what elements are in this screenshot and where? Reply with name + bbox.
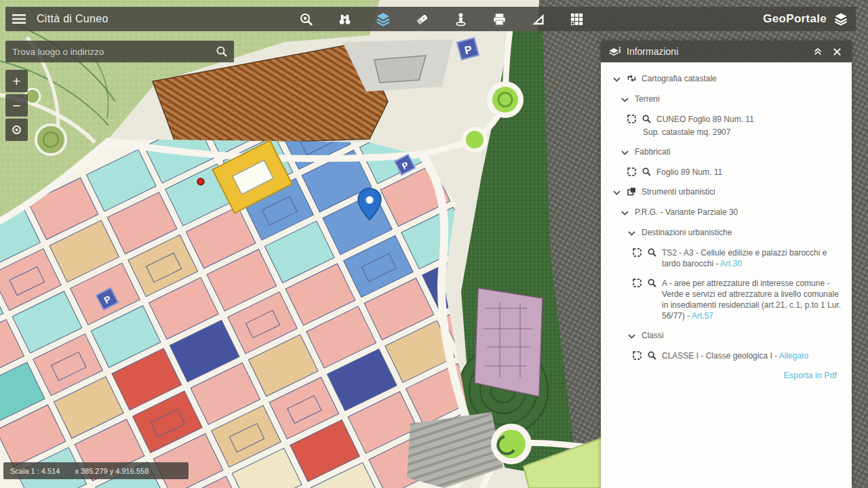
export-pdf-link[interactable]: Esporta in Pdf	[783, 371, 837, 380]
geoportal-app: P P P Città di Cuneo	[0, 0, 868, 488]
print-button[interactable]	[490, 10, 508, 28]
search-input[interactable]	[5, 47, 210, 57]
tree-row-destinazioni: Destinazioni urbanistiche	[612, 227, 842, 239]
tree-label: Classi	[642, 330, 664, 341]
menu-button[interactable]	[5, 7, 33, 31]
info-panel-title: Informazioni	[627, 46, 808, 57]
parking-marker: P	[457, 38, 479, 60]
scale-readout: Scala 1 : 4.514	[10, 467, 60, 475]
layers-info-icon	[375, 11, 391, 27]
collapse-panel-button[interactable]	[808, 42, 827, 61]
coordinates-readout: x 385.279 y 4.916.558	[75, 467, 149, 475]
extent-frame-icon[interactable]	[627, 167, 637, 177]
brand-layers-icon	[833, 11, 849, 27]
magnifier-icon[interactable]	[642, 114, 652, 124]
info-panel-body: Cartografia catastale Terreni CUNEO Fogl…	[601, 62, 852, 488]
red-point-marker	[197, 178, 204, 185]
hamburger-icon	[12, 14, 26, 24]
street-view-icon	[453, 12, 469, 27]
zoom-in-button[interactable]: +	[5, 70, 28, 92]
brand-name: GeoPortale	[763, 12, 827, 26]
tree-row-strumenti: Strumenti urbanistici	[612, 186, 842, 198]
tree-label: Destinazioni urbanistiche	[642, 227, 732, 238]
tree-row-ts2: TS2 - A3 - Cellule edilizie e palazzi ba…	[612, 247, 842, 269]
tree-row-fabbricati: Fabbricati	[612, 146, 842, 158]
find-button[interactable]	[336, 10, 353, 28]
tree-row-classe-geologica: CLASSE I - Classe geologica I - Allegato	[612, 350, 842, 361]
tree-label-text: TS2 - A3 - Cellule edilizie e palazzi ba…	[662, 248, 827, 268]
article-link[interactable]: Art.30	[720, 259, 742, 268]
street-view-button[interactable]	[452, 10, 469, 28]
search-button[interactable]	[210, 41, 234, 62]
magnifier-icon[interactable]	[647, 247, 657, 258]
tree-label: CUNEO Foglio 89 Num. 11	[656, 114, 754, 125]
tree-label: CLASSE I - Classe geologica I - Allegato	[662, 350, 808, 361]
basemap-grid-icon	[569, 12, 585, 27]
search-box	[5, 41, 234, 62]
tree-row-aree: A - aree per attrezzature di interesse c…	[612, 278, 842, 321]
chevron-down-icon[interactable]	[612, 75, 622, 85]
magnifier-icon[interactable]	[647, 350, 657, 361]
tree-label-text: A - aree per attrezzature di interesse c…	[662, 279, 841, 321]
print-icon	[492, 12, 507, 27]
brand: GeoPortale	[763, 7, 849, 31]
zoom-extent-button[interactable]	[297, 10, 315, 28]
panel-layers-info-icon	[608, 45, 621, 58]
tree-label: Strumenti urbanistici	[642, 186, 715, 197]
magnifier-icon[interactable]	[647, 278, 657, 288]
tree-row-foglio: Foglio 89 Num. 11	[612, 167, 842, 178]
app-title: Città di Cuneo	[37, 13, 108, 25]
route-arrows-icon	[627, 73, 637, 83]
close-panel-button[interactable]	[827, 42, 846, 61]
zoom-out-button[interactable]: −	[5, 94, 28, 117]
chevron-down-icon[interactable]	[627, 228, 637, 239]
top-bar: Città di Cuneo	[5, 7, 856, 31]
tree-row-prg: P.R.G. - Variante Parziale 30	[612, 207, 842, 218]
close-icon	[832, 47, 842, 57]
info-layers-button-active[interactable]	[374, 10, 392, 28]
tree-row-cuneo-foglio: CUNEO Foglio 89 Num. 11 Sup. catastale m…	[612, 114, 842, 138]
chevron-down-icon[interactable]	[612, 188, 622, 198]
tree-row-cartografia: Cartografia catastale	[612, 73, 842, 85]
extent-frame-icon[interactable]	[632, 350, 642, 361]
chevron-down-icon[interactable]	[620, 95, 630, 105]
geolocate-button[interactable]	[5, 119, 28, 141]
info-panel-header: Informazioni	[601, 41, 852, 62]
copy-layers-icon	[627, 186, 637, 197]
geolocate-icon	[11, 124, 22, 136]
attachment-link[interactable]: Allegato	[779, 351, 808, 361]
chevron-down-icon[interactable]	[620, 148, 630, 158]
tree-label: TS2 - A3 - Cellule edilizie e palazzi ba…	[662, 247, 842, 269]
chevron-down-icon[interactable]	[620, 208, 630, 218]
purple-complex	[475, 288, 542, 396]
basemap-button[interactable]	[568, 10, 585, 28]
extent-frame-icon[interactable]	[632, 278, 642, 288]
tree-sublabel: Sup. catastale mq. 2907	[643, 127, 842, 138]
tree-label: Cartografia catastale	[642, 73, 717, 84]
measure-triangle-icon	[530, 12, 546, 27]
tree-row-classi: Classi	[612, 330, 842, 342]
measure-button[interactable]	[529, 10, 547, 28]
eraser-button[interactable]	[413, 10, 431, 28]
eraser-icon	[414, 12, 430, 27]
article-link[interactable]: Art.57	[692, 311, 713, 321]
tree-row-terreni: Terreni	[612, 94, 842, 105]
tree-label: Foglio 89 Num. 11	[656, 167, 722, 178]
tree-label: P.R.G. - Variante Parziale 30	[635, 207, 738, 218]
status-bar: Scala 1 : 4.514 x 385.279 y 4.916.558	[3, 462, 189, 479]
tree-label: Fabbricati	[635, 146, 671, 157]
binoculars-icon	[337, 12, 353, 27]
zoom-extent-icon	[298, 12, 314, 27]
tree-label: A - aree per attrezzature di interesse c…	[662, 278, 842, 321]
magnifier-icon[interactable]	[642, 167, 652, 177]
info-panel: Informazioni	[601, 41, 852, 488]
collapse-chevrons-icon	[812, 46, 823, 57]
search-icon	[216, 45, 228, 58]
tool-bar	[297, 7, 585, 31]
tree-label-text: CLASSE I - Classe geologica I -	[662, 351, 779, 361]
tree-label: Terreni	[635, 94, 660, 104]
chevron-down-icon[interactable]	[627, 331, 637, 342]
map-zoom-controls: + −	[5, 70, 28, 141]
extent-frame-icon[interactable]	[632, 247, 642, 258]
extent-frame-icon[interactable]	[627, 114, 637, 124]
